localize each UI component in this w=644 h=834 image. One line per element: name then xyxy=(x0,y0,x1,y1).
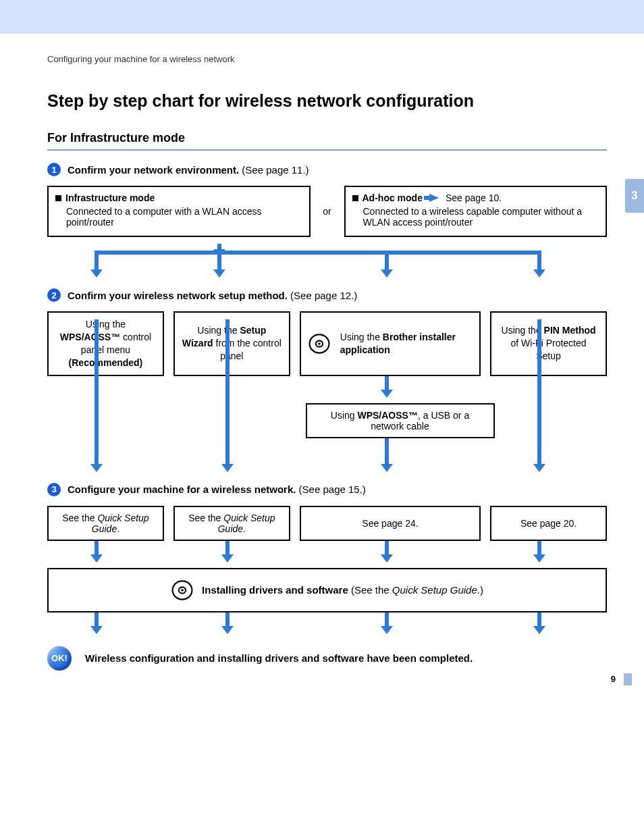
connector-3 xyxy=(47,541,607,568)
ref-page-24: See page 24. xyxy=(300,506,481,541)
option-brother-installer: Using the Brother installer application xyxy=(300,311,481,376)
bullet-icon xyxy=(352,195,358,201)
bullet-icon xyxy=(55,195,61,201)
step-badge-2: 2 xyxy=(47,288,61,302)
infrastructure-mode-box: Infrastructure mode Connected to a compu… xyxy=(47,186,311,237)
or-label: or xyxy=(317,206,338,217)
completion-row: OK! Wireless configuration and installin… xyxy=(47,646,607,671)
option-wps-aoss: Using the WPS/AOSS™ control panel menu (… xyxy=(47,311,164,376)
step2-options: Using the WPS/AOSS™ control panel menu (… xyxy=(47,311,607,376)
option-pin-method: Using the PIN Method of Wi-Fi Protected … xyxy=(490,311,607,376)
page-title: Step by step chart for wireless network … xyxy=(47,91,607,111)
option-setup-wizard: Using the Setup Wizard from the control … xyxy=(173,311,290,376)
top-banner xyxy=(0,0,644,34)
step-badge-3: 3 xyxy=(47,483,61,496)
ref-quick-setup-2: See the Quick Setup Guide. xyxy=(173,506,290,541)
page-number: 9 xyxy=(611,674,616,684)
section-title: For Infrastructure mode xyxy=(47,131,607,145)
step1-options: Infrastructure mode Connected to a compu… xyxy=(47,186,607,237)
svg-point-2 xyxy=(318,342,321,344)
breadcrumb: Configuring your machine for a wireless … xyxy=(47,54,607,64)
page-accent xyxy=(624,673,632,685)
svg-point-5 xyxy=(181,589,184,591)
sub-wps-usb-cable: Using WPS/AOSS™, a USB or a network cabl… xyxy=(306,403,495,438)
ok-badge-icon: OK! xyxy=(47,646,72,671)
ref-quick-setup-1: See the Quick Setup Guide. xyxy=(47,506,164,541)
connector-2a xyxy=(47,376,607,403)
cd-icon xyxy=(308,332,331,355)
connector-1 xyxy=(47,244,607,284)
step-3-text: Configure your machine for a wireless ne… xyxy=(68,484,366,495)
completion-text: Wireless configuration and installing dr… xyxy=(85,652,473,664)
step-3-header: 3 Configure your machine for a wireless … xyxy=(47,483,607,496)
connector-2b xyxy=(47,438,607,479)
cd-icon xyxy=(171,579,194,602)
ref-page-20: See page 20. xyxy=(490,506,607,541)
step3-refs: See the Quick Setup Guide. See the Quick… xyxy=(47,506,607,541)
step-1-text: Confirm your network environment. (See p… xyxy=(68,164,309,176)
adhoc-mode-box: Ad-hoc mode See page 10. Connected to a … xyxy=(344,186,608,237)
chapter-tab: 3 xyxy=(625,179,644,213)
step-2-text: Confirm your wireless network setup meth… xyxy=(68,290,357,301)
section-rule xyxy=(47,149,607,151)
step-badge-1: 1 xyxy=(47,163,61,176)
step-2-header: 2 Confirm your wireless network setup me… xyxy=(47,288,607,302)
connector-4 xyxy=(47,613,607,640)
install-box: Installing drivers and software (See the… xyxy=(47,568,607,613)
step2-sub: Using WPS/AOSS™, a USB or a network cabl… xyxy=(120,403,644,438)
step-1-header: 1 Confirm your network environment. (See… xyxy=(47,163,607,176)
arrow-right-icon xyxy=(429,194,439,202)
